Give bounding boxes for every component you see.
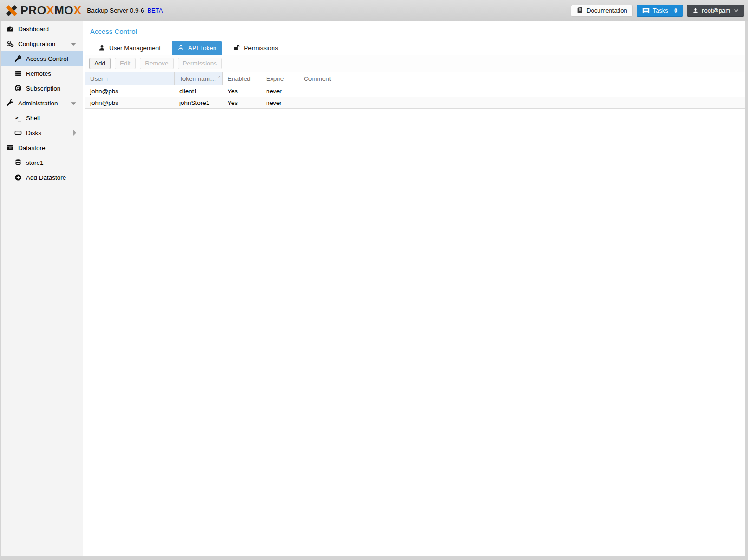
gears-icon <box>6 40 14 48</box>
tab-user-management[interactable]: User Management <box>93 41 166 55</box>
column-header-comment[interactable]: Comment <box>299 72 745 85</box>
cell-token-name: johnStore1 <box>175 97 223 108</box>
collapse-arrow-icon[interactable] <box>71 43 76 46</box>
hdd-icon <box>14 129 22 137</box>
sidebar-item-disks[interactable]: Disks <box>1 125 83 140</box>
documentation-label: Documentation <box>586 7 627 14</box>
cell-expire: never <box>261 85 299 97</box>
cell-user: john@pbs <box>85 97 175 108</box>
key-icon <box>14 55 22 63</box>
documentation-button[interactable]: Documentation <box>571 5 632 17</box>
tab-label: API Token <box>188 45 216 52</box>
access-control-header: Access Control User Management <box>85 21 745 55</box>
user-menu-button[interactable]: root@pam <box>687 5 744 17</box>
sort-asc-icon: ↑ <box>106 75 109 82</box>
sidebar-item-label: Configuration <box>18 40 55 47</box>
sidebar-item-subscription[interactable]: Subscription <box>1 81 83 96</box>
sidebar-item-label: Subscription <box>26 85 60 92</box>
expand-arrow-icon[interactable] <box>73 130 76 136</box>
sort-asc-icon: ↑ <box>216 75 221 80</box>
sidebar-item-label: Remotes <box>26 70 51 77</box>
cell-comment <box>299 85 745 97</box>
wrench-icon <box>6 99 14 107</box>
sidebar-item-store1[interactable]: store1 <box>1 155 83 170</box>
sidebar-item-label: Shell <box>26 115 40 122</box>
column-header-expire[interactable]: Expire <box>261 72 299 85</box>
user-outline-icon <box>177 44 185 52</box>
edit-button: Edit <box>115 58 136 69</box>
tab-label: Permissions <box>244 45 278 52</box>
grid-header: User ↑ Token nam… ↑ Enabled Expire Comme <box>85 72 745 85</box>
database-icon <box>14 159 22 167</box>
column-header-token-name[interactable]: Token nam… ↑ <box>175 72 223 85</box>
sidebar-item-access-control[interactable]: Access Control <box>1 51 83 66</box>
tab-label: User Management <box>109 45 161 52</box>
tasks-label: Tasks <box>653 7 668 14</box>
sidebar-item-label: Datastore <box>18 144 46 151</box>
sidebar-item-label: store1 <box>26 159 44 166</box>
api-token-grid: User ↑ Token nam… ↑ Enabled Expire Comme <box>85 72 745 556</box>
permissions-button: Permissions <box>178 58 222 69</box>
unlock-icon <box>233 44 241 52</box>
sidebar-item-label: Add Datastore <box>26 174 66 181</box>
sidebar-item-datastore[interactable]: Datastore <box>1 140 83 155</box>
archive-icon <box>6 144 14 152</box>
main-panel: Access Control User Management <box>85 21 745 556</box>
cell-enabled: Yes <box>223 85 261 97</box>
column-header-user[interactable]: User ↑ <box>85 72 175 85</box>
task-list-icon <box>642 7 650 14</box>
book-icon <box>576 7 583 14</box>
remotes-icon <box>14 70 22 78</box>
sidebar-item-add-datastore[interactable]: Add Datastore <box>1 170 83 185</box>
sidebar-item-dashboard[interactable]: Dashboard <box>1 21 83 36</box>
dashboard-icon <box>6 25 14 33</box>
cell-expire: never <box>261 97 299 108</box>
user-menu-label: root@pam <box>702 7 730 14</box>
cell-token-name: client1 <box>175 85 223 97</box>
terminal-icon: >_ <box>14 114 22 122</box>
top-bar: PROXMOX Backup Server 0.9-6 BETA Documen… <box>0 0 748 21</box>
grid-empty-area <box>85 109 745 556</box>
column-header-enabled[interactable]: Enabled <box>223 72 261 85</box>
sidebar-item-configuration[interactable]: Configuration <box>1 36 83 51</box>
tasks-count-badge: 0 <box>674 7 677 14</box>
cell-user: john@pbs <box>85 85 175 97</box>
page-title: Access Control <box>85 27 745 41</box>
table-row[interactable]: john@pbs client1 Yes never <box>85 85 745 97</box>
proxmox-backup-server-app: PROXMOX Backup Server 0.9-6 BETA Documen… <box>0 0 748 560</box>
beta-link[interactable]: BETA <box>147 7 163 14</box>
collapse-arrow-icon[interactable] <box>71 102 76 105</box>
sidebar-item-label: Access Control <box>26 55 68 62</box>
add-button[interactable]: Add <box>89 58 111 69</box>
tab-bar: User Management API Token <box>85 41 745 55</box>
proxmox-x-mark-icon <box>5 4 19 18</box>
cell-enabled: Yes <box>223 97 261 108</box>
tab-permissions[interactable]: Permissions <box>228 41 284 55</box>
tab-api-token[interactable]: API Token <box>172 41 222 55</box>
user-icon <box>98 44 106 52</box>
cell-comment <box>299 97 745 108</box>
sidebar-item-administration[interactable]: Administration <box>1 96 83 111</box>
sidebar-item-label: Dashboard <box>18 26 49 33</box>
sidebar-item-label: Disks <box>26 130 41 137</box>
user-icon <box>692 7 699 14</box>
tasks-button[interactable]: Tasks 0 <box>637 5 683 17</box>
plus-circle-icon <box>14 174 22 182</box>
proxmox-wordmark: PROXMOX <box>20 4 81 17</box>
sidebar-item-shell[interactable]: >_ Shell <box>1 111 83 125</box>
support-icon <box>14 85 22 92</box>
proxmox-logo: PROXMOX <box>5 4 81 18</box>
chevron-down-icon <box>734 9 739 13</box>
sidebar-nav: Dashboard Configuration <box>1 21 83 556</box>
product-version-label: Backup Server 0.9-6 <box>87 7 144 14</box>
grid-toolbar: Add Edit Remove Permissions <box>85 55 745 72</box>
sidebar-item-label: Administration <box>18 100 58 107</box>
sidebar-item-remotes[interactable]: Remotes <box>1 66 83 81</box>
table-row[interactable]: john@pbs johnStore1 Yes never <box>85 97 745 109</box>
remove-button: Remove <box>140 58 173 69</box>
